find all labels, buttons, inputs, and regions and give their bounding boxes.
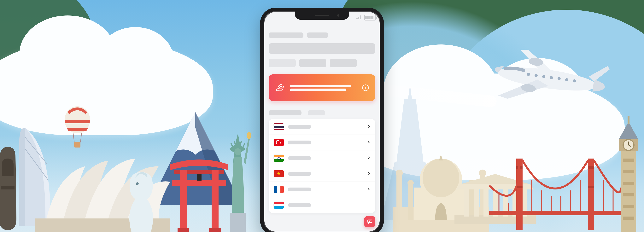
skeleton-line [268,32,304,38]
phone-mockup: ★ [260,8,384,232]
svg-point-22 [396,170,403,176]
promo-text [290,84,362,92]
chevron-right-icon [367,140,370,144]
svg-point-77 [282,86,284,88]
svg-point-4 [136,182,139,185]
list-item[interactable] [268,119,376,135]
app-screen: ★ [264,25,380,232]
chip[interactable] [330,59,357,67]
landmark-golden-gate-bridge [489,147,621,232]
svg-rect-9 [197,174,202,180]
landmark-statue-of-liberty [222,124,253,232]
flag-icon [274,202,284,208]
svg-rect-25 [408,184,413,220]
list-item[interactable] [268,182,376,198]
svg-point-78 [278,86,280,88]
svg-rect-8 [212,170,218,232]
svg-point-20 [422,158,459,197]
promo-banner[interactable] [268,74,376,101]
svg-rect-32 [484,190,488,216]
flag-icon: ★ [274,139,284,146]
flag-icon [274,123,284,130]
svg-rect-56 [628,116,630,124]
phone-notch [295,11,349,20]
svg-rect-11 [209,228,221,232]
filter-chips [268,59,376,67]
chevron-right-icon [362,84,369,91]
flag-icon [274,186,284,193]
list-item-label [288,156,311,160]
svg-rect-64 [623,205,634,208]
chevron-right-icon [367,125,370,129]
chip[interactable] [299,59,326,67]
svg-rect-21 [396,174,402,220]
list-item[interactable] [268,198,376,213]
skeleton-line [268,110,302,115]
skeleton-line [308,110,325,115]
svg-rect-62 [623,182,634,185]
status-signal-icon [356,15,361,19]
list-item-label [288,203,311,207]
chevron-right-icon [367,156,370,160]
landmark-big-ben [609,108,644,232]
svg-point-26 [408,180,414,186]
chip[interactable] [268,59,296,67]
svg-rect-61 [623,170,634,173]
skeleton-line [307,32,328,38]
list-item-label [288,140,311,144]
search-input[interactable] [268,43,376,54]
svg-rect-31 [474,190,479,216]
chat-icon [367,219,372,225]
svg-rect-42 [588,166,594,169]
list-item[interactable] [268,150,376,166]
svg-rect-7 [180,170,187,232]
list-item[interactable] [268,166,376,182]
svg-rect-16 [74,142,80,148]
status-battery-icon [364,15,376,20]
flag-icon [274,170,284,177]
svg-rect-12 [230,213,246,232]
svg-rect-43 [588,186,594,188]
landmark-torii-gate [168,151,230,232]
flag-icon [274,155,284,162]
list-item-label [288,125,311,129]
list-item[interactable]: ★ [268,135,376,150]
landmark-merlion [124,164,158,232]
svg-rect-60 [623,158,634,162]
hot-air-balloon [64,106,91,156]
svg-point-13 [247,132,252,139]
hand-coins-icon [275,82,285,93]
svg-rect-10 [178,228,189,232]
svg-rect-39 [588,158,594,230]
list-item-label [288,172,311,176]
country-list: ★ [268,119,376,213]
svg-rect-37 [489,211,621,215]
chevron-right-icon [367,188,370,192]
svg-rect-65 [623,216,634,220]
chat-fab[interactable] [364,216,376,227]
svg-rect-30 [464,190,469,216]
svg-point-14 [234,148,241,155]
list-item-label [288,188,311,192]
svg-rect-63 [623,193,634,196]
chevron-right-icon [367,172,370,176]
section-header [268,110,376,115]
page-title [268,32,376,38]
